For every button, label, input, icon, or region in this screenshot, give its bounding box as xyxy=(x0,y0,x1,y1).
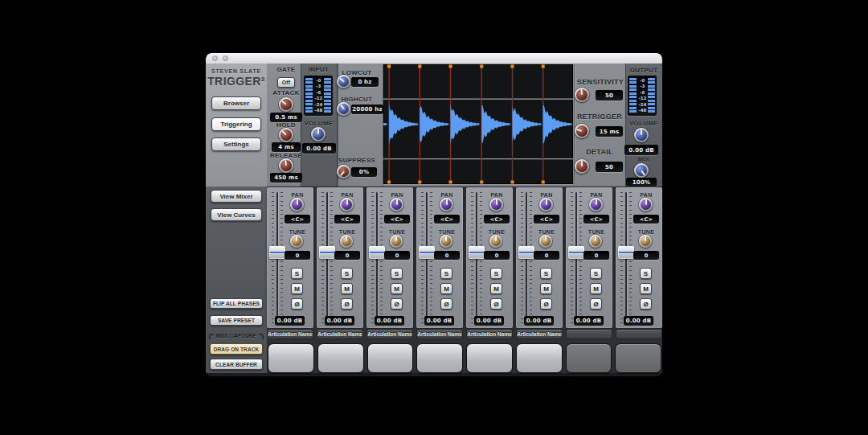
drum-drag-pad[interactable] xyxy=(516,343,563,373)
pan-value[interactable]: <C> xyxy=(534,215,559,224)
volume-fader-handle[interactable] xyxy=(269,246,285,259)
tune-value[interactable]: 0 xyxy=(334,251,360,260)
drum-drag-pad[interactable] xyxy=(615,343,661,373)
pan-knob[interactable] xyxy=(489,198,503,211)
phase-invert-button[interactable]: Ø xyxy=(640,298,652,310)
pan-knob[interactable] xyxy=(539,198,553,211)
close-button[interactable] xyxy=(212,55,218,61)
release-value[interactable]: 450 ms xyxy=(270,173,302,183)
detail-value[interactable]: 50 xyxy=(596,162,623,172)
mute-button[interactable]: M xyxy=(640,283,652,294)
tune-value[interactable]: 0 xyxy=(434,251,460,260)
solo-button[interactable]: S xyxy=(540,268,552,279)
channel-level-value[interactable]: 0.00 dB xyxy=(524,316,554,326)
mute-button[interactable]: M xyxy=(490,283,502,294)
tune-value[interactable]: 0 xyxy=(384,251,410,260)
tune-knob[interactable] xyxy=(589,235,602,248)
mix-knob[interactable] xyxy=(634,163,649,178)
articulation-name-plate[interactable]: Articulation Name xyxy=(317,329,363,339)
phase-invert-button[interactable]: Ø xyxy=(391,298,403,310)
pan-value[interactable]: <C> xyxy=(583,215,609,224)
channel-level-value[interactable]: 0.00 dB xyxy=(474,316,504,326)
tune-value[interactable]: 0 xyxy=(534,251,559,260)
output-volume-value[interactable]: 0.00 dB xyxy=(624,145,658,155)
gate-off-button[interactable]: Off xyxy=(277,77,295,88)
sensitivity-knob[interactable] xyxy=(575,88,589,102)
phase-invert-button[interactable]: Ø xyxy=(291,298,303,310)
phase-invert-button[interactable]: Ø xyxy=(590,298,602,310)
solo-button[interactable]: S xyxy=(590,268,602,279)
channel-level-value[interactable]: 0.00 dB xyxy=(275,316,305,326)
mute-button[interactable]: M xyxy=(391,283,403,294)
articulation-name-plate[interactable]: Articulation Name xyxy=(366,329,413,339)
articulation-name-plate[interactable]: Articulation Name xyxy=(516,329,563,339)
suppress-knob[interactable] xyxy=(337,165,350,179)
input-volume-knob[interactable] xyxy=(311,127,326,142)
drum-drag-pad[interactable] xyxy=(416,343,463,373)
pan-value[interactable]: <C> xyxy=(434,215,460,224)
mute-button[interactable]: M xyxy=(540,283,552,294)
hold-value[interactable]: 4 ms xyxy=(272,142,301,152)
volume-fader-handle[interactable] xyxy=(618,246,634,259)
minimize-button[interactable] xyxy=(223,55,228,61)
solo-button[interactable]: S xyxy=(291,268,303,279)
detail-knob[interactable] xyxy=(575,159,589,174)
phase-invert-button[interactable]: Ø xyxy=(440,298,452,310)
settings-button[interactable]: Settings xyxy=(211,137,261,151)
highcut-value[interactable]: 20000 hz xyxy=(351,105,383,114)
volume-fader-handle[interactable] xyxy=(568,246,584,259)
pan-value[interactable]: <C> xyxy=(484,215,510,224)
retrigger-knob[interactable] xyxy=(575,124,589,138)
pan-knob[interactable] xyxy=(440,198,453,211)
drum-drag-pad[interactable] xyxy=(466,343,513,373)
tune-knob[interactable] xyxy=(290,235,303,248)
pan-value[interactable]: <C> xyxy=(285,215,310,224)
drag-on-track-button[interactable]: DRAG ON TRACK xyxy=(210,343,263,355)
tune-value[interactable]: 0 xyxy=(583,251,609,260)
articulation-name-plate[interactable] xyxy=(566,329,612,339)
solo-button[interactable]: S xyxy=(391,268,403,279)
pan-knob[interactable] xyxy=(340,198,354,211)
window-titlebar[interactable] xyxy=(206,53,662,64)
tune-value[interactable]: 0 xyxy=(633,251,659,260)
channel-level-value[interactable]: 0.00 dB xyxy=(325,316,354,326)
save-preset-button[interactable]: SAVE PRESET xyxy=(210,315,263,326)
tune-knob[interactable] xyxy=(340,235,353,248)
waveform-display[interactable] xyxy=(383,64,573,184)
solo-button[interactable]: S xyxy=(341,268,353,279)
release-knob[interactable] xyxy=(279,158,293,173)
phase-invert-button[interactable]: Ø xyxy=(341,298,353,310)
drum-drag-pad[interactable] xyxy=(367,343,414,373)
mute-button[interactable]: M xyxy=(440,283,452,294)
articulation-name-plate[interactable]: Articulation Name xyxy=(416,329,463,339)
pan-knob[interactable] xyxy=(639,198,653,211)
drum-drag-pad[interactable] xyxy=(566,343,612,373)
articulation-name-plate[interactable]: Articulation Name xyxy=(267,329,313,339)
browser-button[interactable]: Browser xyxy=(211,96,261,110)
volume-fader-handle[interactable] xyxy=(469,246,485,259)
articulation-name-plate[interactable]: Articulation Name xyxy=(466,329,513,339)
mix-value[interactable]: 100% xyxy=(626,178,657,187)
drum-drag-pad[interactable] xyxy=(317,343,364,373)
channel-level-value[interactable]: 0.00 dB xyxy=(375,316,404,326)
tune-knob[interactable] xyxy=(539,235,552,248)
volume-fader-handle[interactable] xyxy=(319,246,335,259)
solo-button[interactable]: S xyxy=(640,268,652,279)
hold-knob[interactable] xyxy=(279,128,293,142)
output-volume-knob[interactable] xyxy=(634,128,649,142)
articulation-name-plate[interactable] xyxy=(616,329,662,339)
drum-drag-pad[interactable] xyxy=(268,343,314,373)
highcut-knob[interactable] xyxy=(337,102,350,116)
clear-buffer-button[interactable]: CLEAR BUFFER xyxy=(210,359,263,370)
attack-knob[interactable] xyxy=(279,97,293,112)
lowcut-value[interactable]: 0 hz xyxy=(351,77,379,87)
volume-fader-handle[interactable] xyxy=(419,246,435,259)
tune-value[interactable]: 0 xyxy=(484,251,510,260)
retrigger-value[interactable]: 15 ms xyxy=(596,126,623,137)
tune-value[interactable]: 0 xyxy=(285,251,310,260)
view-mixer-button[interactable]: View Mixer xyxy=(211,190,262,203)
tune-knob[interactable] xyxy=(639,235,652,248)
input-volume-value[interactable]: 0.00 dB xyxy=(302,143,336,154)
volume-fader-handle[interactable] xyxy=(369,246,385,259)
triggering-button[interactable]: Triggering xyxy=(211,117,261,131)
